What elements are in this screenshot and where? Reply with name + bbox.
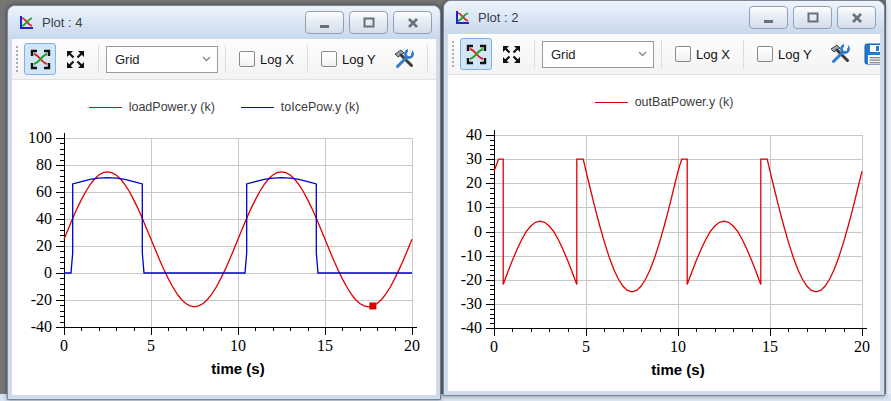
grid-combobox-value: Grid <box>115 52 140 67</box>
log-y-checkbox[interactable]: Log Y <box>321 51 376 67</box>
svg-text:40: 40 <box>466 126 482 143</box>
titlebar[interactable]: Plot : 4 <box>8 6 440 39</box>
separator <box>743 40 744 68</box>
toolbar-drag-handle[interactable] <box>452 41 454 67</box>
minimize-button[interactable] <box>749 6 788 29</box>
legend-label: loadPower.y (k) <box>129 100 215 114</box>
close-icon <box>851 12 863 24</box>
separator <box>225 45 226 73</box>
tools-icon <box>829 43 851 65</box>
svg-text:15: 15 <box>762 338 778 355</box>
svg-text:time (s): time (s) <box>651 361 704 378</box>
chart-canvas[interactable]: 05101520-40-20020406080100time (s) <box>17 118 432 388</box>
grid-combobox[interactable]: Grid <box>106 46 218 73</box>
fit-in-view-button[interactable] <box>24 43 56 75</box>
expand-arrows-icon <box>65 49 86 70</box>
plot-region: loadPower.y (k)toIcePow.y (k) 05101520-4… <box>12 80 436 388</box>
svg-text:60: 60 <box>36 183 52 200</box>
plot-window-4: Plot : 4 <box>7 5 441 400</box>
checkbox-box <box>239 51 255 67</box>
titlebar[interactable]: Plot : 2 <box>444 1 884 34</box>
window-body: Grid Log X Log Y <box>448 34 880 391</box>
legend-label: outBatPower.y (k) <box>635 95 734 109</box>
close-button[interactable] <box>393 11 432 34</box>
svg-text:10: 10 <box>466 198 482 215</box>
grid-combobox[interactable]: Grid <box>542 41 654 68</box>
fit-in-view-icon <box>30 49 51 70</box>
svg-text:40: 40 <box>36 210 52 227</box>
legend: loadPower.y (k)toIcePow.y (k) <box>12 80 436 118</box>
legend-label: toIcePow.y (k) <box>281 100 360 114</box>
legend-item: toIcePow.y (k) <box>241 100 360 114</box>
separator <box>534 40 535 68</box>
legend-item: loadPower.y (k) <box>89 100 215 114</box>
pan-button[interactable] <box>59 43 91 75</box>
close-icon <box>407 17 419 29</box>
log-y-checkbox[interactable]: Log Y <box>757 46 812 62</box>
svg-text:5: 5 <box>147 337 155 354</box>
svg-text:-30: -30 <box>461 295 482 312</box>
svg-text:-10: -10 <box>461 247 482 264</box>
separator <box>98 45 99 73</box>
separator <box>307 45 308 73</box>
save-button[interactable] <box>859 38 880 70</box>
maximize-icon <box>807 12 819 24</box>
svg-text:15: 15 <box>317 337 333 354</box>
svg-text:0: 0 <box>60 337 68 354</box>
plot-region: outBatPower.y (k) 05101520-40-30-20-1001… <box>448 75 880 389</box>
legend-line-sample <box>595 102 628 103</box>
svg-text:20: 20 <box>404 337 420 354</box>
svg-text:0: 0 <box>44 264 52 281</box>
checkbox-label: Log Y <box>778 47 812 62</box>
svg-text:30: 30 <box>466 150 482 167</box>
svg-text:20: 20 <box>854 338 870 355</box>
desktop: Plot : 4 <box>0 0 891 401</box>
svg-text:0: 0 <box>474 223 482 240</box>
plot-window-2: Plot : 2 <box>443 0 885 396</box>
maximize-icon <box>363 17 375 29</box>
checkbox-box <box>321 51 337 67</box>
maximize-button[interactable] <box>349 11 388 34</box>
window-title: Plot : 4 <box>42 15 305 30</box>
svg-text:time (s): time (s) <box>211 360 264 377</box>
tools-icon <box>393 48 415 70</box>
svg-text:10: 10 <box>670 338 686 355</box>
expand-arrows-icon <box>501 44 522 65</box>
svg-text:100: 100 <box>28 129 52 146</box>
minimize-button[interactable] <box>305 11 344 34</box>
floppy-save-icon <box>864 43 880 65</box>
svg-text:20: 20 <box>36 237 52 254</box>
checkbox-label: Log X <box>696 47 730 62</box>
window-title: Plot : 2 <box>478 10 749 25</box>
maximize-button[interactable] <box>793 6 832 29</box>
legend-item: outBatPower.y (k) <box>595 95 734 109</box>
chart-canvas[interactable]: 05101520-40-30-20-10010203040time (s) <box>451 113 877 389</box>
plot-toolbar: Grid Log X Log Y <box>448 34 880 75</box>
log-x-checkbox[interactable]: Log X <box>239 51 294 67</box>
svg-text:-40: -40 <box>461 319 482 336</box>
plot-icon <box>454 10 470 26</box>
plot-icon <box>18 15 34 31</box>
window-body: Grid Log X Log Y <box>12 39 436 395</box>
legend-line-sample <box>241 107 274 108</box>
minimize-icon <box>319 17 331 29</box>
svg-text:80: 80 <box>36 156 52 173</box>
desktop-right-strip <box>886 0 891 401</box>
checkbox-label: Log Y <box>342 52 376 67</box>
close-button[interactable] <box>837 6 876 29</box>
svg-text:5: 5 <box>582 338 590 355</box>
chevron-down-icon <box>202 56 211 62</box>
fit-in-view-button[interactable] <box>460 38 492 70</box>
pan-button[interactable] <box>495 38 527 70</box>
svg-text:-20: -20 <box>31 291 52 308</box>
setup-button[interactable] <box>824 38 856 70</box>
separator <box>427 45 428 73</box>
toolbar-drag-handle[interactable] <box>16 46 18 72</box>
grid-combobox-value: Grid <box>551 47 576 62</box>
setup-button[interactable] <box>388 43 420 75</box>
log-x-checkbox[interactable]: Log X <box>675 46 730 62</box>
checkbox-box <box>675 46 691 62</box>
svg-text:10: 10 <box>230 337 246 354</box>
svg-text:0: 0 <box>490 338 498 355</box>
svg-text:-20: -20 <box>461 271 482 288</box>
